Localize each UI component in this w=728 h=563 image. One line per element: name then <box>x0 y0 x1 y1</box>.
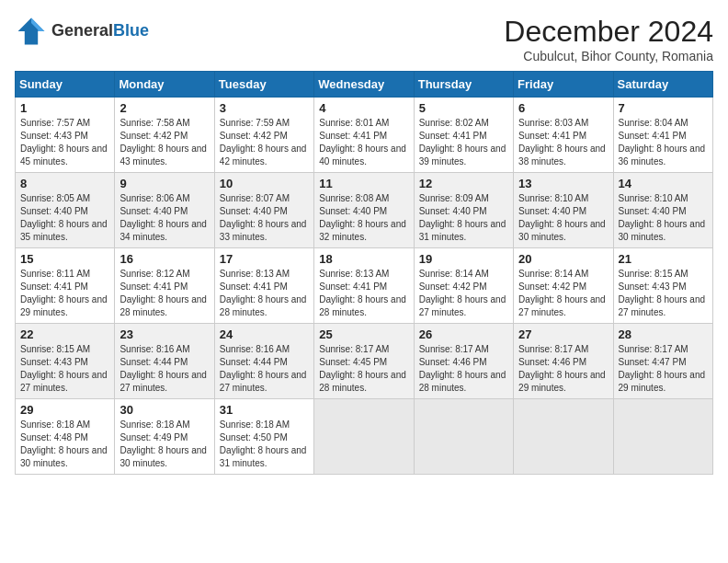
daylight-label: Daylight: 8 hours and 32 minutes. <box>319 219 406 242</box>
day-info: Sunrise: 7:59 AM Sunset: 4:42 PM Dayligh… <box>220 117 309 168</box>
daylight-label: Daylight: 8 hours and 42 minutes. <box>220 144 307 167</box>
day-info: Sunrise: 8:18 AM Sunset: 4:50 PM Dayligh… <box>220 419 309 470</box>
day-number: 5 <box>419 101 508 115</box>
day-info: Sunrise: 8:04 AM Sunset: 4:41 PM Dayligh… <box>619 117 708 168</box>
daylight-label: Daylight: 8 hours and 29 minutes. <box>518 370 606 393</box>
day-number: 18 <box>319 252 408 266</box>
location-subtitle: Cubulcut, Bihor County, Romania <box>504 49 713 63</box>
calendar-cell: 9 Sunrise: 8:06 AM Sunset: 4:40 PM Dayli… <box>115 173 214 248</box>
day-number: 6 <box>518 101 608 115</box>
sunrise-label: Sunrise: 8:17 AM <box>518 344 588 354</box>
logo-text: GeneralBlue <box>51 22 149 40</box>
daylight-label: Daylight: 8 hours and 33 minutes. <box>220 219 307 242</box>
day-number: 13 <box>518 177 608 190</box>
day-info: Sunrise: 8:17 AM Sunset: 4:47 PM Dayligh… <box>619 343 708 395</box>
sunset-label: Sunset: 4:40 PM <box>220 206 288 216</box>
sunset-label: Sunset: 4:40 PM <box>518 206 586 216</box>
week-row-5: 29 Sunrise: 8:18 AM Sunset: 4:48 PM Dayl… <box>16 399 713 475</box>
day-number: 28 <box>619 327 708 341</box>
daylight-label: Daylight: 8 hours and 30 minutes. <box>619 219 706 242</box>
day-number: 21 <box>619 252 708 266</box>
sunrise-label: Sunrise: 8:02 AM <box>419 118 489 128</box>
calendar-cell: 6 Sunrise: 8:03 AM Sunset: 4:41 PM Dayli… <box>514 98 613 173</box>
daylight-label: Daylight: 8 hours and 35 minutes. <box>20 219 108 242</box>
sunset-label: Sunset: 4:42 PM <box>419 282 487 292</box>
sunrise-label: Sunrise: 7:58 AM <box>119 118 189 128</box>
sunrise-label: Sunrise: 8:11 AM <box>20 269 90 279</box>
day-number: 27 <box>518 327 608 341</box>
weekday-header-wednesday: Wednesday <box>314 72 414 98</box>
sunset-label: Sunset: 4:44 PM <box>119 357 188 367</box>
daylight-label: Daylight: 8 hours and 36 minutes. <box>619 144 706 167</box>
sunrise-label: Sunrise: 8:17 AM <box>619 344 688 354</box>
sunrise-label: Sunrise: 8:17 AM <box>319 344 389 354</box>
sunset-label: Sunset: 4:43 PM <box>20 357 88 367</box>
day-info: Sunrise: 8:18 AM Sunset: 4:49 PM Dayligh… <box>119 419 209 470</box>
daylight-label: Daylight: 8 hours and 28 minutes. <box>220 294 307 317</box>
sunset-label: Sunset: 4:40 PM <box>119 206 188 216</box>
sunrise-label: Sunrise: 8:18 AM <box>119 419 189 430</box>
calendar-cell: 11 Sunrise: 8:08 AM Sunset: 4:40 PM Dayl… <box>314 173 414 248</box>
day-number: 4 <box>319 101 408 115</box>
day-info: Sunrise: 8:15 AM Sunset: 4:43 PM Dayligh… <box>20 343 109 395</box>
sunset-label: Sunset: 4:45 PM <box>319 357 387 367</box>
calendar-cell: 19 Sunrise: 8:14 AM Sunset: 4:42 PM Dayl… <box>414 248 513 324</box>
calendar-cell: 29 Sunrise: 8:18 AM Sunset: 4:48 PM Dayl… <box>16 399 115 475</box>
sunrise-label: Sunrise: 8:10 AM <box>518 193 588 203</box>
day-info: Sunrise: 8:17 AM Sunset: 4:46 PM Dayligh… <box>419 343 508 395</box>
daylight-label: Daylight: 8 hours and 38 minutes. <box>518 144 606 167</box>
day-number: 26 <box>419 327 508 341</box>
sunrise-label: Sunrise: 8:01 AM <box>319 118 389 128</box>
day-info: Sunrise: 8:14 AM Sunset: 4:42 PM Dayligh… <box>419 268 508 319</box>
page-header: GeneralBlue December 2024 Cubulcut, Biho… <box>15 15 713 63</box>
logo-general: GeneralBlue <box>51 22 149 40</box>
sunset-label: Sunset: 4:46 PM <box>419 357 487 367</box>
day-number: 14 <box>619 177 708 190</box>
day-number: 23 <box>119 327 209 341</box>
calendar-cell: 13 Sunrise: 8:10 AM Sunset: 4:40 PM Dayl… <box>514 173 613 248</box>
calendar-cell <box>514 399 613 475</box>
daylight-label: Daylight: 8 hours and 34 minutes. <box>119 219 207 242</box>
day-number: 11 <box>319 177 408 190</box>
day-info: Sunrise: 8:13 AM Sunset: 4:41 PM Dayligh… <box>319 268 408 319</box>
day-number: 29 <box>20 403 109 417</box>
daylight-label: Daylight: 8 hours and 31 minutes. <box>419 219 506 242</box>
day-info: Sunrise: 8:12 AM Sunset: 4:41 PM Dayligh… <box>119 268 209 319</box>
calendar-cell: 22 Sunrise: 8:15 AM Sunset: 4:43 PM Dayl… <box>16 324 115 399</box>
calendar-cell: 3 Sunrise: 7:59 AM Sunset: 4:42 PM Dayli… <box>214 98 313 173</box>
sunset-label: Sunset: 4:41 PM <box>319 131 387 141</box>
sunrise-label: Sunrise: 8:13 AM <box>319 269 389 279</box>
daylight-label: Daylight: 8 hours and 27 minutes. <box>119 370 207 393</box>
daylight-label: Daylight: 8 hours and 30 minutes. <box>20 445 108 468</box>
day-number: 15 <box>20 252 109 266</box>
day-info: Sunrise: 8:09 AM Sunset: 4:40 PM Dayligh… <box>419 192 508 244</box>
sunset-label: Sunset: 4:41 PM <box>220 282 288 292</box>
calendar-cell <box>414 399 513 475</box>
day-number: 16 <box>119 252 209 266</box>
day-number: 7 <box>619 101 708 115</box>
sunrise-label: Sunrise: 8:18 AM <box>220 419 290 430</box>
daylight-label: Daylight: 8 hours and 27 minutes. <box>419 294 506 317</box>
calendar-cell: 5 Sunrise: 8:02 AM Sunset: 4:41 PM Dayli… <box>414 98 513 173</box>
sunrise-label: Sunrise: 7:57 AM <box>20 118 90 128</box>
sunrise-label: Sunrise: 8:15 AM <box>619 269 688 279</box>
calendar-cell <box>314 399 414 475</box>
day-number: 9 <box>119 177 209 190</box>
daylight-label: Daylight: 8 hours and 39 minutes. <box>419 144 506 167</box>
daylight-label: Daylight: 8 hours and 27 minutes. <box>20 370 108 393</box>
day-info: Sunrise: 8:06 AM Sunset: 4:40 PM Dayligh… <box>119 192 209 244</box>
sunset-label: Sunset: 4:40 PM <box>619 206 687 216</box>
daylight-label: Daylight: 8 hours and 29 minutes. <box>20 294 108 317</box>
calendar-cell: 23 Sunrise: 8:16 AM Sunset: 4:44 PM Dayl… <box>115 324 214 399</box>
day-number: 24 <box>220 327 309 341</box>
day-number: 31 <box>220 403 309 417</box>
weekday-header-row: SundayMondayTuesdayWednesdayThursdayFrid… <box>16 72 713 98</box>
day-info: Sunrise: 8:10 AM Sunset: 4:40 PM Dayligh… <box>619 192 708 244</box>
logo: GeneralBlue <box>15 15 149 48</box>
sunset-label: Sunset: 4:42 PM <box>220 131 288 141</box>
calendar-cell: 18 Sunrise: 8:13 AM Sunset: 4:41 PM Dayl… <box>314 248 414 324</box>
calendar-cell: 20 Sunrise: 8:14 AM Sunset: 4:42 PM Dayl… <box>514 248 613 324</box>
sunrise-label: Sunrise: 7:59 AM <box>220 118 290 128</box>
sunrise-label: Sunrise: 8:08 AM <box>319 193 389 203</box>
sunset-label: Sunset: 4:47 PM <box>619 357 687 367</box>
